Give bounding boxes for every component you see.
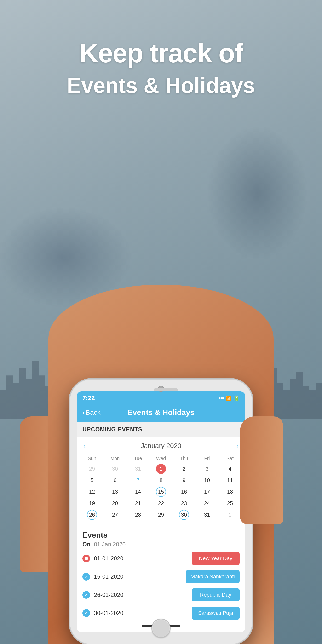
cal-cell-29[interactable]: 29 <box>158 509 164 520</box>
events-section: Events On 01 Jan 2020 01-01-2020 New Yea… <box>77 526 245 632</box>
phone-container: 7:22 ▪▪▪ 📶 🔋 ‹ Back Events & Holidays UP… <box>63 380 259 644</box>
event-label-1[interactable]: New Year Day <box>192 552 240 565</box>
back-button[interactable]: ‹ Back <box>82 409 100 416</box>
cal-cell-22[interactable]: 22 <box>158 498 164 509</box>
cal-cell-10[interactable]: 10 <box>204 475 210 486</box>
cal-cell-16[interactable]: 16 <box>181 486 187 498</box>
events-title: Events <box>82 531 240 540</box>
back-label: Back <box>86 409 100 416</box>
phone-screen: 7:22 ▪▪▪ 📶 🔋 ‹ Back Events & Holidays UP… <box>77 392 245 632</box>
day-header-wed: Wed <box>150 454 172 463</box>
day-header-thu: Thu <box>172 454 196 463</box>
cal-cell-19[interactable]: 19 <box>89 498 95 509</box>
event-dot-inner-1 <box>85 557 88 560</box>
cal-cell-21[interactable]: 21 <box>135 498 141 509</box>
event-row-3: ✓ 26-01-2020 Republic Day <box>82 588 240 601</box>
home-button[interactable] <box>152 618 170 638</box>
event-check-2: ✓ <box>84 574 88 579</box>
event-date-4: 30-01-2020 <box>94 610 188 616</box>
wifi-icon: 📶 <box>226 395 232 401</box>
cal-cell-1-today[interactable]: 1 <box>156 464 166 474</box>
day-header-sat: Sat <box>218 454 242 463</box>
calendar-month-label: January 2020 <box>141 442 181 450</box>
cal-cell-31[interactable]: 31 <box>204 509 210 520</box>
cal-cell-5[interactable]: 5 <box>90 475 94 486</box>
day-header-sun: Sun <box>80 454 104 463</box>
cal-cell-30-prev[interactable]: 30 <box>112 463 118 474</box>
calendar-week-1: 29 30 31 1 2 3 4 <box>80 464 242 474</box>
day-header-fri: Fri <box>196 454 218 463</box>
calendar-week-4: 19 20 21 22 23 24 25 <box>80 498 242 509</box>
signal-icon: ▪▪▪ <box>219 395 224 401</box>
cal-cell-28[interactable]: 28 <box>135 509 141 520</box>
event-dot-1 <box>82 555 90 562</box>
status-time: 7:22 <box>82 394 95 402</box>
hand-thumb <box>240 416 283 524</box>
upcoming-events-header: UPCOMING EVENTS <box>77 422 245 437</box>
calendar-week-2: 5 6 7 8 9 10 11 <box>80 475 242 486</box>
cal-cell-13[interactable]: 13 <box>112 486 118 498</box>
event-dot-4: ✓ <box>82 609 90 617</box>
nav-bar: ‹ Back Events & Holidays <box>77 404 245 422</box>
status-bar: 7:22 ▪▪▪ 📶 🔋 <box>77 392 245 404</box>
cal-cell-20[interactable]: 20 <box>112 498 118 509</box>
event-check-4: ✓ <box>84 610 88 616</box>
event-date-3: 26-01-2020 <box>94 592 188 598</box>
day-header-mon: Mon <box>104 454 126 463</box>
cal-cell-15[interactable]: 15 <box>156 487 166 497</box>
calendar-header: ‹ January 2020 › <box>80 442 242 450</box>
calendar-week-3: 12 13 14 15 16 17 18 <box>80 486 242 497</box>
cal-cell-29-prev[interactable]: 29 <box>89 463 95 474</box>
phone-speaker <box>154 388 178 392</box>
nav-title: Events & Holidays <box>128 408 194 417</box>
event-row-4: ✓ 30-01-2020 Saraswati Puja <box>82 606 240 620</box>
cal-cell-2[interactable]: 2 <box>182 463 186 474</box>
cal-cell-18[interactable]: 18 <box>227 486 233 498</box>
event-check-3: ✓ <box>84 592 88 598</box>
event-dot-3: ✓ <box>82 591 90 599</box>
event-row-1: 01-01-2020 New Year Day <box>82 552 240 565</box>
cal-cell-3[interactable]: 3 <box>206 463 208 474</box>
cal-cell-7[interactable]: 7 <box>136 475 140 486</box>
on-label: On <box>82 541 90 548</box>
cal-cell-30[interactable]: 30 <box>179 510 189 520</box>
event-row-2: ✓ 15-01-2020 Makara Sankaranti <box>82 570 240 583</box>
tagline-line2: Events & Holidays <box>0 72 322 98</box>
events-on-date: On 01 Jan 2020 <box>82 541 240 548</box>
day-header-tue: Tue <box>126 454 150 463</box>
prev-month-button[interactable]: ‹ <box>80 442 89 450</box>
cal-cell-31-prev[interactable]: 31 <box>135 463 141 474</box>
cal-cell-25[interactable]: 25 <box>227 498 233 509</box>
event-label-2[interactable]: Makara Sankaranti <box>186 570 240 583</box>
cal-cell-4[interactable]: 4 <box>228 463 232 474</box>
status-icons: ▪▪▪ 📶 🔋 <box>219 395 240 401</box>
back-chevron-icon: ‹ <box>82 409 84 416</box>
tagline-section: Keep track of Events & Holidays <box>0 38 322 98</box>
calendar-week-5: 26 27 28 29 30 31 1 <box>80 510 242 520</box>
battery-icon: 🔋 <box>234 395 240 401</box>
cal-cell-6[interactable]: 6 <box>114 475 116 486</box>
cal-cell-23[interactable]: 23 <box>181 498 187 509</box>
cal-cell-26[interactable]: 26 <box>87 510 97 520</box>
event-label-4[interactable]: Saraswati Puja <box>192 606 240 620</box>
calendar-section: ‹ January 2020 › Sun Mon Tue Wed Thu Fri… <box>77 437 245 526</box>
cal-cell-27[interactable]: 27 <box>112 509 118 520</box>
cal-cell-14[interactable]: 14 <box>135 486 141 498</box>
cal-cell-24[interactable]: 24 <box>204 498 210 509</box>
calendar-day-headers: Sun Mon Tue Wed Thu Fri Sat <box>80 454 242 463</box>
event-dot-2: ✓ <box>82 573 90 580</box>
cal-cell-8[interactable]: 8 <box>160 475 162 486</box>
event-date-2: 15-01-2020 <box>94 573 182 580</box>
cal-cell-11[interactable]: 11 <box>227 475 233 486</box>
tagline-line1: Keep track of <box>0 38 322 68</box>
phone-shell: 7:22 ▪▪▪ 📶 🔋 ‹ Back Events & Holidays UP… <box>70 380 252 644</box>
on-date-value: 01 Jan 2020 <box>94 541 126 548</box>
cal-cell-9[interactable]: 9 <box>182 475 186 486</box>
cal-cell-12[interactable]: 12 <box>89 486 95 498</box>
event-label-3[interactable]: Republic Day <box>192 588 240 601</box>
calendar-grid: Sun Mon Tue Wed Thu Fri Sat 29 30 31 1 <box>80 454 242 520</box>
cal-cell-1-next[interactable]: 1 <box>228 509 232 520</box>
cal-cell-17[interactable]: 17 <box>204 486 210 498</box>
event-date-1: 01-01-2020 <box>94 555 188 562</box>
